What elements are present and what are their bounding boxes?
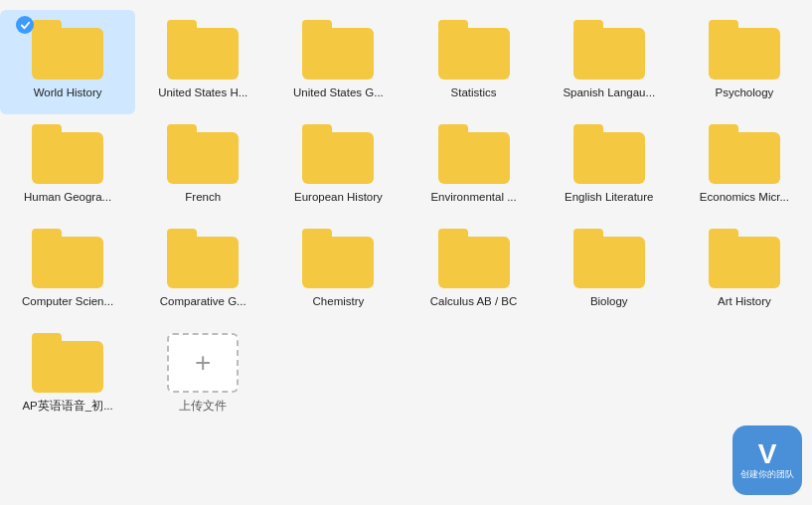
- folder-icon: [709, 124, 780, 184]
- folder-item-united-states-g[interactable]: United States G...: [270, 10, 406, 114]
- folder-icon: [302, 20, 374, 80]
- folder-item-art-history[interactable]: Art History: [677, 219, 812, 323]
- folder-icon: [709, 229, 780, 288]
- folder-icon: [302, 229, 374, 288]
- folder-icon: [573, 20, 645, 80]
- folder-label: United States H...: [158, 85, 247, 100]
- folder-item-comparative-g[interactable]: Comparative G...: [135, 219, 270, 323]
- folder-icon: [302, 124, 374, 184]
- folder-icon: [438, 124, 510, 184]
- folder-item-french[interactable]: French: [135, 114, 270, 219]
- folder-label: Statistics: [451, 85, 497, 100]
- folder-item-calculus-ab-bc[interactable]: Calculus AB / BC: [406, 219, 542, 323]
- folder-label: Computer Scien...: [22, 294, 113, 309]
- watermark-overlay: V 创建你的团队: [732, 425, 802, 495]
- folder-label: Biology: [590, 294, 628, 309]
- watermark-letter: V: [758, 440, 777, 468]
- folder-label: Comparative G...: [160, 294, 246, 309]
- folder-item-chemistry[interactable]: Chemistry: [270, 219, 406, 323]
- folder-item-economics-micro[interactable]: Economics Micr...: [677, 114, 812, 219]
- folder-label: Environmental ...: [430, 190, 516, 205]
- folder-icon: [438, 229, 510, 288]
- folder-icon: [709, 20, 780, 80]
- folder-label: Chemistry: [313, 294, 365, 309]
- folder-label: World History: [34, 85, 102, 100]
- folder-label: Economics Micr...: [700, 190, 789, 205]
- folder-label: Spanish Langau...: [563, 85, 655, 100]
- folder-item-psychology[interactable]: Psychology: [677, 10, 812, 114]
- folder-item-statistics[interactable]: Statistics: [406, 10, 542, 114]
- folder-icon: [167, 229, 239, 288]
- folder-item-environmental[interactable]: Environmental ...: [406, 114, 542, 219]
- folder-item-spanish-language[interactable]: Spanish Langau...: [542, 10, 677, 114]
- folder-icon: [32, 20, 103, 80]
- watermark-label: 创建你的团队: [740, 468, 794, 481]
- folder-icon: [167, 20, 239, 80]
- folder-icon: [167, 124, 239, 184]
- checkmark-icon: [16, 16, 34, 34]
- folder-icon: [32, 333, 103, 393]
- folder-item-ap-chinese[interactable]: AP英语语音_初...: [0, 323, 135, 427]
- folder-icon: [573, 229, 645, 288]
- folder-label: Art History: [718, 294, 771, 309]
- new-folder-label: 上传文件: [179, 399, 227, 414]
- folder-item-english-literature[interactable]: English Literature: [542, 114, 677, 219]
- folder-label: European History: [294, 190, 383, 205]
- plus-icon: +: [195, 349, 211, 377]
- folder-item-world-history[interactable]: World History: [0, 10, 135, 114]
- folder-item-european-history[interactable]: European History: [270, 114, 406, 219]
- folder-label: AP英语语音_初...: [22, 399, 112, 414]
- folder-item-human-geography[interactable]: Human Geogra...: [0, 114, 135, 219]
- new-folder-box: +: [167, 333, 239, 393]
- folder-icon: [32, 124, 103, 184]
- folder-icon: [573, 124, 645, 184]
- folder-label: United States G...: [293, 85, 384, 100]
- folder-label: English Literature: [565, 190, 654, 205]
- new-folder-button[interactable]: +上传文件: [135, 323, 270, 427]
- folder-label: French: [185, 190, 221, 205]
- folder-icon: [438, 20, 510, 80]
- folder-item-biology[interactable]: Biology: [542, 219, 677, 323]
- folder-label: Human Geogra...: [24, 190, 111, 205]
- folder-item-united-states-h[interactable]: United States H...: [135, 10, 270, 114]
- folder-label: Psychology: [716, 85, 774, 100]
- folder-label: Calculus AB / BC: [430, 294, 518, 309]
- folder-grid: World HistoryUnited States H...United St…: [0, 0, 812, 437]
- folder-icon: [32, 229, 103, 288]
- folder-item-computer-science[interactable]: Computer Scien...: [0, 219, 135, 323]
